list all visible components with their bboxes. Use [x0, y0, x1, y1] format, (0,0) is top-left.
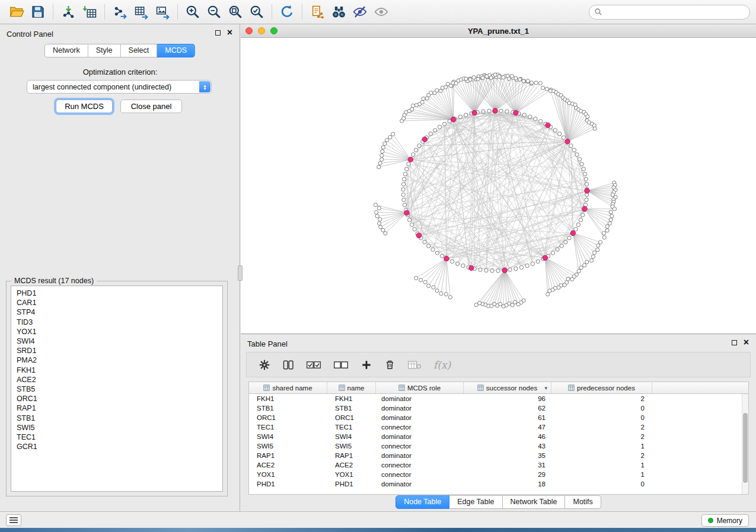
table-row[interactable]: ACE2ACE2connector311 [249, 460, 742, 470]
save-session-button[interactable] [27, 2, 49, 22]
mcds-result-item[interactable]: FKH1 [17, 366, 217, 375]
mcds-result-item[interactable]: STP4 [17, 307, 217, 317]
table-cell: PHD1 [249, 479, 327, 489]
tab-motifs[interactable]: Motifs [565, 495, 601, 509]
float-table-panel-icon[interactable] [732, 340, 737, 345]
refresh-button[interactable] [276, 2, 298, 22]
memory-button[interactable]: Memory [701, 514, 749, 527]
search-box[interactable] [589, 5, 750, 20]
import-table-button[interactable] [79, 2, 100, 22]
table-row[interactable]: TEC1TEC1connector472 [249, 422, 742, 432]
mcds-result-item[interactable]: ORC1 [17, 394, 217, 403]
tab-network[interactable]: Network [44, 44, 88, 57]
tab-network-table[interactable]: Network Table [503, 495, 566, 509]
import-network-button[interactable] [58, 2, 79, 22]
column-header-mcds-role[interactable]: MCDS role [376, 382, 464, 393]
network-window-titlebar[interactable]: YPA_prune.txt_1 [241, 24, 756, 38]
network-canvas[interactable] [241, 38, 756, 334]
table-cell: 0 [551, 479, 652, 489]
mcds-result-item[interactable]: STB1 [17, 414, 217, 423]
mcds-result-list[interactable]: PHD1CAR1STP4TID3YOX1SWI4SRD1PMA2FKH1ACE2… [11, 286, 223, 492]
tab-select[interactable]: Select [121, 44, 158, 57]
mcds-result-item[interactable]: SWI5 [17, 423, 217, 432]
table-cell: 2 [551, 432, 652, 441]
tab-edge-table[interactable]: Edge Table [449, 495, 502, 509]
scrollbar-thumb[interactable] [743, 413, 748, 483]
show-all-button[interactable] [371, 2, 392, 22]
export-table-button[interactable] [130, 2, 152, 22]
manage-networks-button[interactable] [307, 2, 328, 22]
mcds-result-item[interactable]: TID3 [17, 318, 217, 327]
table-cell: TEC1 [327, 422, 376, 432]
zoom-selected-button[interactable] [246, 2, 267, 22]
zoom-out-button[interactable] [203, 2, 225, 22]
show-panels-button[interactable] [6, 514, 21, 526]
export-table-icon [134, 5, 149, 20]
table-scrollbar[interactable] [742, 394, 748, 494]
table-row[interactable]: ORC1ORC1dominator610 [249, 413, 742, 422]
float-panel-icon[interactable] [215, 30, 221, 36]
column-header-successor-nodes[interactable]: successor nodes ▾ [464, 382, 551, 393]
table-cell: 61 [464, 413, 551, 422]
search-network-button[interactable] [328, 2, 349, 22]
table-cell: 2 [551, 451, 652, 460]
panel-splitter-handle[interactable] [238, 265, 243, 281]
delete-table-button[interactable] [407, 360, 422, 370]
search-input[interactable] [605, 8, 745, 16]
table-settings-button[interactable] [259, 359, 270, 371]
export-network-button[interactable] [109, 2, 130, 22]
column-header-name[interactable]: name [327, 382, 376, 393]
mcds-result-item[interactable]: YOX1 [17, 327, 217, 336]
table-cell: 62 [464, 403, 551, 413]
memory-label: Memory [717, 517, 742, 525]
show-column-button[interactable] [282, 359, 294, 371]
table-row[interactable]: RAP1RAP1dominator352 [249, 451, 742, 460]
mcds-result-item[interactable]: ACE2 [17, 375, 217, 384]
mcds-result-item[interactable]: RAP1 [17, 403, 217, 413]
mcds-result-item[interactable]: GCR1 [17, 442, 217, 451]
open-file-button[interactable] [6, 2, 27, 22]
toolbar-separator [272, 4, 272, 20]
open-folder-icon [9, 4, 24, 20]
column-header-shared-name[interactable]: shared name [249, 382, 327, 393]
function-builder-button[interactable]: f(x) [433, 359, 451, 371]
mcds-result-item[interactable]: SRD1 [17, 346, 217, 355]
create-column-button[interactable] [361, 359, 372, 371]
table-cell: 35 [464, 451, 551, 460]
select-all-rows-button[interactable] [306, 360, 321, 370]
close-table-panel-icon[interactable]: × [744, 339, 749, 346]
table-cell: dominator [376, 413, 464, 422]
table-row[interactable]: PHD1PHD1dominator180 [249, 479, 742, 489]
export-image-button[interactable] [152, 2, 173, 22]
tab-style[interactable]: Style [88, 44, 121, 57]
mcds-result-item[interactable]: SWI4 [17, 336, 217, 346]
deselect-all-rows-button[interactable] [333, 360, 349, 370]
mcds-result-item[interactable]: TEC1 [17, 432, 217, 442]
column-header-predecessor-nodes[interactable]: predecessor nodes [551, 382, 652, 393]
desktop-wallpaper [0, 528, 756, 532]
table-row[interactable]: SWI5SWI5connector431 [249, 441, 742, 451]
close-panel-icon[interactable]: × [227, 29, 232, 36]
column-type-icon [398, 384, 405, 391]
zoom-fit-button[interactable] [225, 2, 246, 22]
column-type-icon [263, 384, 270, 391]
zoom-in-button[interactable] [182, 2, 203, 22]
delete-column-button[interactable] [384, 359, 395, 370]
node-table: shared name name MCDS role successor nod… [248, 382, 749, 495]
close-panel-button[interactable]: Close panel [120, 100, 182, 113]
criterion-dropdown[interactable]: largest connected component (undirected)… [27, 80, 212, 94]
table-cell: 2 [551, 422, 652, 432]
table-row[interactable]: STB1STB1dominator620 [249, 403, 742, 413]
run-mcds-button[interactable]: Run MCDS [56, 100, 113, 113]
mcds-result-item[interactable]: STB5 [17, 384, 217, 394]
tab-node-table[interactable]: Node Table [395, 495, 449, 509]
table-cell: 31 [464, 460, 551, 470]
table-row[interactable]: YOX1YOX1connector291 [249, 470, 742, 479]
table-row[interactable]: SWI4SWI4dominator462 [249, 432, 742, 441]
tab-mcds[interactable]: MCDS [157, 44, 195, 57]
hide-selected-button[interactable] [349, 2, 371, 22]
mcds-result-item[interactable]: PHD1 [17, 289, 217, 298]
mcds-result-item[interactable]: CAR1 [17, 298, 217, 307]
table-row[interactable]: FKH1FKH1dominator962 [249, 394, 742, 403]
mcds-result-item[interactable]: PMA2 [17, 355, 217, 365]
